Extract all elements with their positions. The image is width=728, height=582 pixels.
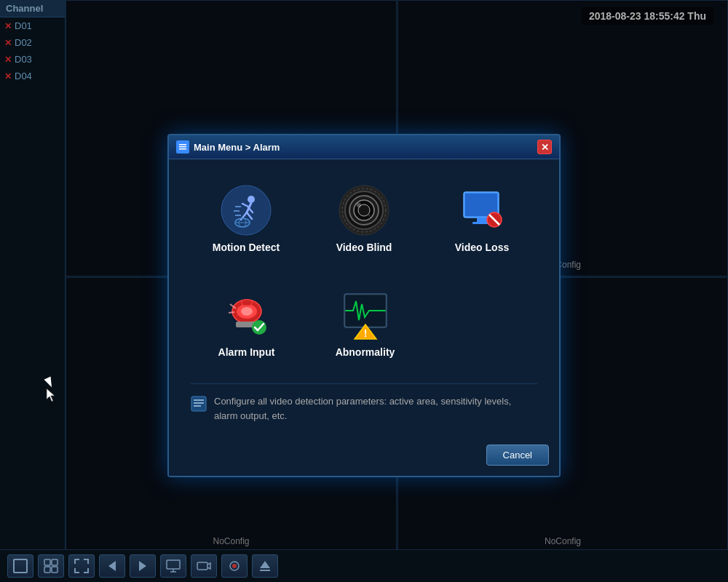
video-loss-icon	[456, 185, 507, 236]
menu-item-video-blind[interactable]: Video Blind	[309, 174, 419, 264]
svg-rect-42	[477, 218, 487, 222]
dialog-content: Motion Detect	[169, 159, 559, 437]
menu-grid-row1: Motion Detect	[191, 174, 537, 264]
dialog-footer: Cancel	[169, 437, 559, 476]
svg-rect-17	[179, 148, 186, 150]
dialog-titlebar: Main Menu > Alarm ✕	[169, 135, 559, 159]
dialog-close-button[interactable]: ✕	[537, 140, 552, 154]
svg-rect-49	[242, 300, 252, 306]
menu-item-video-loss[interactable]: Video Loss	[427, 174, 537, 264]
alarm-input-label: Alarm Input	[218, 346, 275, 358]
menu-item-alarm-input[interactable]: Alarm Input	[191, 279, 302, 369]
svg-rect-61	[194, 405, 201, 407]
info-icon	[191, 396, 207, 412]
abnormality-label: Abnormality	[336, 346, 395, 358]
cancel-button[interactable]: Cancel	[486, 445, 549, 466]
titlebar-left: Main Menu > Alarm	[176, 140, 280, 154]
info-text: Configure all video detection parameters…	[214, 394, 537, 423]
svg-line-52	[229, 312, 234, 313]
info-bar: Configure all video detection parameters…	[191, 383, 537, 423]
motion-detect-icon	[221, 185, 272, 236]
video-blind-icon	[339, 185, 389, 236]
dialog-title: Main Menu > Alarm	[194, 142, 280, 153]
svg-point-48	[241, 307, 253, 316]
svg-rect-59	[194, 399, 204, 401]
video-loss-label: Video Loss	[455, 242, 509, 253]
motion-detect-label: Motion Detect	[213, 242, 280, 253]
svg-point-36	[357, 203, 361, 207]
svg-rect-15	[179, 144, 186, 146]
alarm-input-icon	[221, 290, 272, 340]
svg-rect-60	[194, 402, 204, 404]
alarm-dialog: Main Menu > Alarm ✕	[167, 134, 561, 477]
menu-item-abnormality[interactable]: ! Abnormality	[309, 279, 421, 369]
svg-text:!: !	[363, 327, 367, 339]
video-blind-label: Video Blind	[336, 242, 392, 253]
menu-item-motion-detect[interactable]: Motion Detect	[191, 174, 301, 264]
abnormality-icon: !	[340, 290, 391, 340]
svg-point-19	[248, 196, 255, 203]
svg-point-18	[221, 186, 271, 235]
menu-grid-row2: Alarm Input !	[191, 279, 537, 369]
modal-overlay: Main Menu > Alarm ✕	[0, 0, 728, 582]
svg-rect-16	[179, 146, 186, 148]
svg-point-37	[368, 215, 371, 217]
dialog-menu-icon	[176, 140, 189, 154]
